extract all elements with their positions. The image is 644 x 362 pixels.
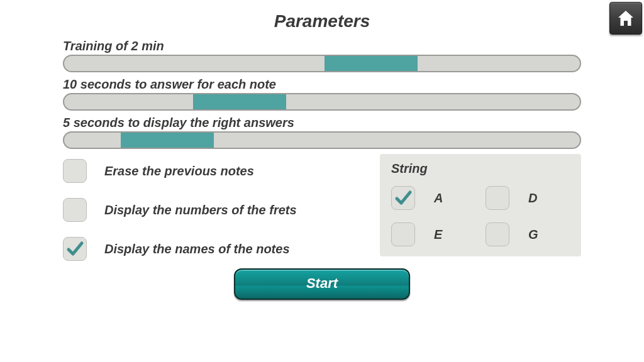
home-icon [616, 9, 635, 27]
check-column: Erase the previous notes Display the num… [63, 154, 367, 261]
check-label: Erase the previous notes [104, 164, 254, 178]
check-item-fret-numbers: Display the numbers of the frets [63, 198, 367, 222]
checkbox-string-e[interactable] [391, 222, 415, 246]
slider-label: 5 seconds to display the right answers [63, 116, 581, 130]
options-row: Erase the previous notes Display the num… [63, 154, 581, 261]
slider-thumb[interactable] [193, 93, 286, 111]
slider-display-time: 5 seconds to display the right answers [63, 116, 581, 149]
checkbox-string-g[interactable] [486, 222, 509, 246]
slider-thumb[interactable] [325, 55, 418, 72]
string-label: D [519, 191, 570, 206]
check-label: Display the names of the notes [104, 242, 290, 256]
page-title: Parameters [0, 0, 644, 31]
slider-track-display[interactable] [63, 131, 581, 149]
string-label: A [425, 191, 475, 206]
check-item-erase: Erase the previous notes [63, 159, 367, 183]
string-label: G [519, 228, 570, 242]
checkbox-note-names[interactable] [63, 237, 87, 261]
check-item-note-names: Display the names of the notes [63, 237, 367, 261]
checkbox-erase-previous[interactable] [63, 159, 87, 183]
start-button[interactable]: Start [234, 268, 410, 300]
checkbox-string-a[interactable] [391, 186, 415, 210]
start-button-wrap: Start [63, 268, 581, 300]
checkbox-fret-numbers[interactable] [63, 198, 87, 222]
check-label: Display the numbers of the frets [104, 203, 297, 217]
slider-answer-time: 10 seconds to answer for each note [63, 77, 581, 111]
string-grid: A D E G [391, 186, 570, 246]
slider-label: Training of 2 min [63, 39, 581, 53]
content-area: Training of 2 min 10 seconds to answer f… [0, 31, 644, 300]
slider-label: 10 seconds to answer for each note [63, 77, 581, 92]
slider-track-training[interactable] [63, 55, 581, 72]
string-panel-title: String [391, 162, 570, 176]
checkbox-string-d[interactable] [486, 186, 509, 210]
home-button[interactable] [609, 2, 642, 35]
slider-track-answer[interactable] [63, 93, 581, 111]
slider-training-duration: Training of 2 min [63, 39, 581, 72]
slider-thumb[interactable] [121, 131, 214, 149]
string-panel: String A D E G [380, 154, 581, 256]
string-label: E [425, 228, 475, 242]
